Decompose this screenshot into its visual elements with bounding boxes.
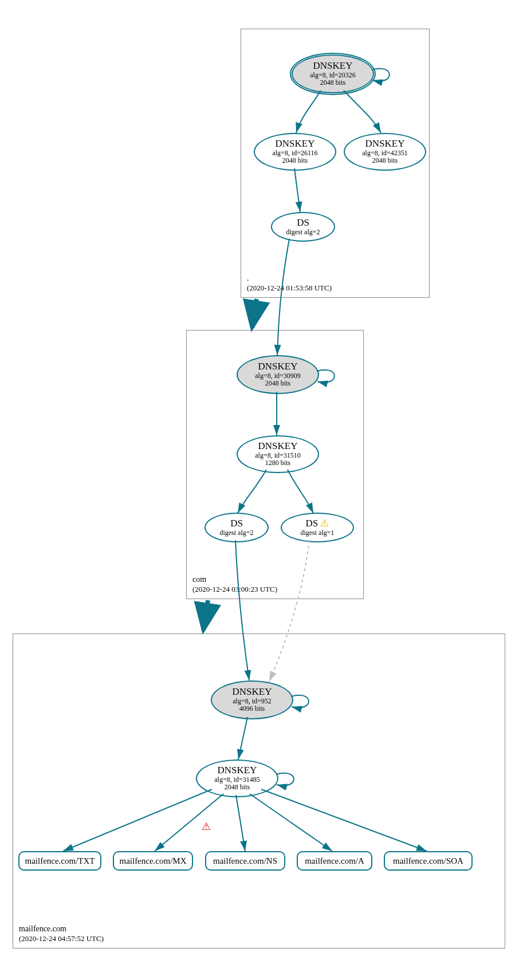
node-com-ksk-sub2: 2048 bits: [265, 380, 290, 387]
node-root-ksk[interactable]: DNSKEY alg=8, id=20326 2048 bits: [292, 54, 374, 93]
node-root-ds[interactable]: DS digest alg=2: [271, 212, 335, 242]
node-root-ksk-sub2: 2048 bits: [320, 79, 345, 86]
node-com-zsk-title: DNSKEY: [258, 441, 298, 452]
node-root-zsk-26116-title: DNSKEY: [276, 139, 315, 149]
edge-zone-root-to-com: [252, 299, 257, 328]
node-mf-zsk-sub2: 2048 bits: [225, 784, 250, 791]
node-root-ksk-title: DNSKEY: [313, 61, 353, 72]
rrset-txt[interactable]: mailfence.com/TXT: [18, 851, 101, 871]
rrset-soa[interactable]: mailfence.com/SOA: [384, 851, 473, 871]
node-root-zsk-26116-sub2: 2048 bits: [282, 157, 308, 164]
edge-zone-com-to-mailfence: [203, 600, 208, 630]
warning-icon: ⚠: [320, 518, 329, 529]
zone-com-ts: (2020-12-24 03:00:23 UTC): [192, 585, 277, 594]
node-com-ds1-title: DS ⚠: [306, 518, 329, 529]
node-com-zsk-sub2: 1280 bits: [265, 459, 290, 467]
zone-root-label: . (2020-12-24 01:53:58 UTC): [247, 273, 332, 293]
zone-com-name: com: [192, 574, 277, 585]
node-com-ds1-sub1: digest alg=1: [300, 529, 334, 537]
node-com-zsk[interactable]: DNSKEY alg=8, id=31510 1280 bits: [237, 435, 319, 473]
node-com-ksk[interactable]: DNSKEY alg=8, id=30909 2048 bits: [237, 355, 319, 394]
zone-mailfence-label: mailfence.com (2020-12-24 04:57:52 UTC): [19, 924, 104, 943]
zone-mailfence-ts: (2020-12-24 04:57:52 UTC): [19, 934, 104, 943]
zone-mailfence-name: mailfence.com: [19, 924, 104, 934]
zone-root-ts: (2020-12-24 01:53:58 UTC): [247, 284, 332, 293]
zone-com-label: com (2020-12-24 03:00:23 UTC): [192, 574, 277, 594]
node-com-ds2-title: DS: [230, 518, 243, 529]
node-com-ds2[interactable]: DS digest alg=2: [204, 513, 269, 542]
node-com-ds1[interactable]: DS ⚠ digest alg=1: [281, 513, 354, 542]
node-root-ds-sub1: digest alg=2: [286, 229, 320, 236]
node-mf-ksk-title: DNSKEY: [233, 687, 272, 698]
node-com-ksk-title: DNSKEY: [258, 361, 298, 372]
node-mf-zsk-title: DNSKEY: [218, 765, 257, 776]
rrset-a[interactable]: mailfence.com/A: [297, 851, 372, 871]
node-mf-ksk-sub2: 4096 bits: [239, 705, 265, 713]
node-mf-ksk[interactable]: DNSKEY alg=8, id=952 4096 bits: [211, 680, 293, 719]
node-root-ds-title: DS: [297, 218, 309, 229]
node-root-zsk-42351-sub2: 2048 bits: [372, 157, 398, 164]
node-root-zsk-26116[interactable]: DNSKEY alg=8, id=26116 2048 bits: [254, 133, 336, 171]
zone-root-name: .: [247, 273, 332, 284]
node-root-zsk-42351[interactable]: DNSKEY alg=8, id=42351 2048 bits: [344, 133, 426, 171]
rrset-mx[interactable]: mailfence.com/MX: [113, 851, 193, 871]
rrset-ns[interactable]: mailfence.com/NS: [205, 851, 285, 871]
node-root-zsk-42351-title: DNSKEY: [365, 139, 405, 149]
node-com-ds2-sub1: digest alg=2: [219, 529, 253, 537]
node-mf-zsk[interactable]: DNSKEY alg=8, id=31485 2048 bits: [196, 759, 278, 797]
